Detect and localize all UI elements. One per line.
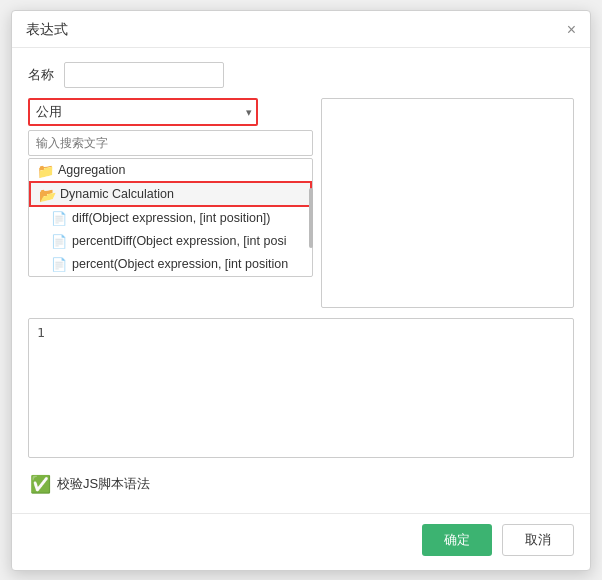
tree-item-aggregation[interactable]: 📁 Aggregation (29, 159, 312, 181)
search-input[interactable] (28, 130, 313, 156)
scrollbar[interactable] (309, 188, 313, 248)
tree-item-diff[interactable]: 📄 diff(Object expression, [int position]… (29, 207, 312, 230)
dialog-titlebar: 表达式 × (12, 11, 590, 48)
expression-dialog: 表达式 × 名称 公用 私有 ▾ (11, 10, 591, 571)
main-area: 公用 私有 ▾ 📁 Aggregation (28, 98, 574, 308)
footer: 确定 取消 (12, 513, 590, 570)
scope-dropdown[interactable]: 公用 私有 (28, 98, 258, 126)
tree-item-dynamic-calculation[interactable]: 📂 Dynamic Calculation (29, 181, 312, 207)
file-icon: 📄 (51, 257, 67, 272)
right-panel (321, 98, 574, 308)
tree-item-percentdiff[interactable]: 📄 percentDiff(Object expression, [int po… (29, 230, 312, 253)
folder-icon: 📁 (37, 163, 53, 176)
tree-list: 📁 Aggregation 📂 Dynamic Calculation 📄 di… (28, 158, 313, 277)
check-circle-icon: ✅ (30, 474, 51, 495)
folder-open-icon: 📂 (39, 187, 55, 200)
validate-row: ✅ 校验JS脚本语法 (28, 468, 574, 499)
name-label: 名称 (28, 66, 56, 84)
dropdown-row: 公用 私有 ▾ (28, 98, 313, 126)
tree-item-label: Aggregation (58, 163, 125, 177)
dropdown-wrapper: 公用 私有 ▾ (28, 98, 258, 126)
name-row: 名称 (28, 62, 574, 88)
editor-area[interactable]: 1 (28, 318, 574, 458)
tree-item-label: percent(Object expression, [int position (72, 257, 288, 271)
tree-item-percent[interactable]: 📄 percent(Object expression, [int positi… (29, 253, 312, 276)
name-input[interactable] (64, 62, 224, 88)
validate-text[interactable]: 校验JS脚本语法 (57, 475, 150, 493)
tree-item-label: percentDiff(Object expression, [int posi (72, 234, 286, 248)
editor-line-number: 1 (37, 325, 45, 340)
confirm-button[interactable]: 确定 (422, 524, 492, 556)
tree-item-label: Dynamic Calculation (60, 187, 174, 201)
dialog-title: 表达式 (26, 21, 68, 39)
dialog-body: 名称 公用 私有 ▾ (12, 48, 590, 513)
cancel-button[interactable]: 取消 (502, 524, 574, 556)
file-icon: 📄 (51, 211, 67, 226)
tree-item-label: diff(Object expression, [int position]) (72, 211, 270, 225)
left-panel: 公用 私有 ▾ 📁 Aggregation (28, 98, 313, 308)
close-button[interactable]: × (567, 22, 576, 38)
file-icon: 📄 (51, 234, 67, 249)
tree-scroll-wrapper: 📁 Aggregation 📂 Dynamic Calculation 📄 di… (28, 158, 313, 308)
